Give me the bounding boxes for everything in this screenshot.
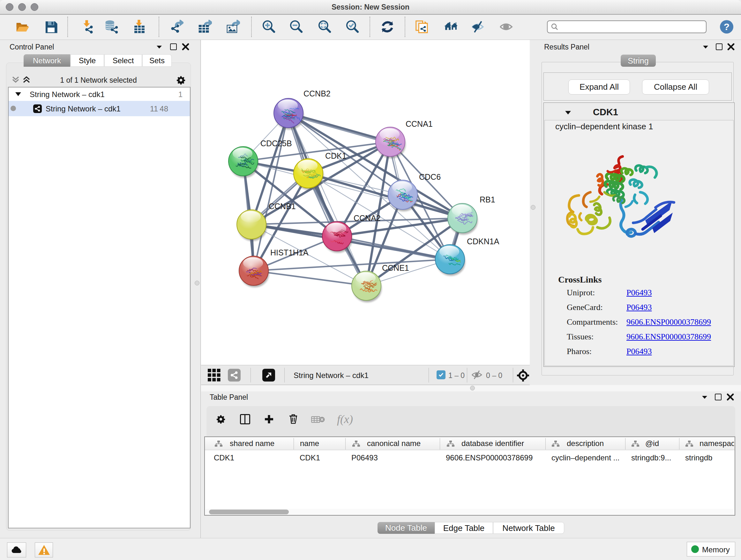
svg-text:HIST1H1A: HIST1H1A [270, 248, 309, 257]
svg-text:CCNB2: CCNB2 [304, 89, 331, 98]
svg-text:CCNA2: CCNA2 [354, 213, 381, 223]
svg-text:CCNA1: CCNA1 [406, 119, 433, 128]
svg-text:CDC6: CDC6 [419, 172, 441, 181]
svg-text:CDKN1A: CDKN1A [467, 237, 499, 246]
svg-text:CDK1: CDK1 [325, 151, 347, 160]
svg-text:CCNB1: CCNB1 [269, 202, 296, 211]
svg-text:RB1: RB1 [480, 195, 495, 204]
svg-text:CDC25B: CDC25B [260, 139, 292, 148]
svg-text:CCNE1: CCNE1 [382, 263, 409, 272]
